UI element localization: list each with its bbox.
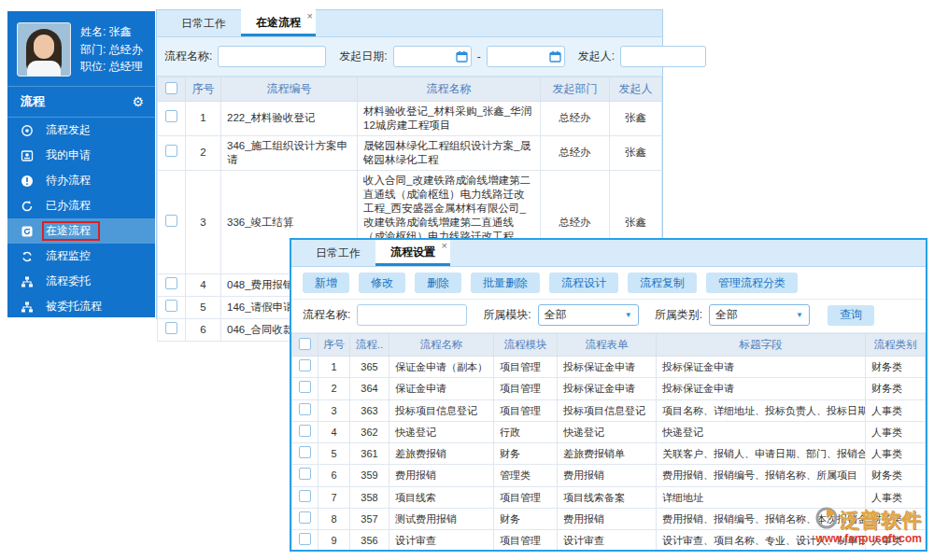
sidebar-item-label: 已办流程: [42, 197, 94, 215]
transit-icon: [21, 225, 34, 238]
column-header: 序号: [186, 77, 221, 102]
user-dept: 总经办: [109, 43, 143, 56]
table-row[interactable]: 1222_材料验收登记 材料验收登记_材料采购_张鑫_华润12城房建工程项目总经…: [158, 102, 662, 136]
chevron-down-icon: ▼: [625, 311, 632, 319]
select-all-checkbox[interactable]: [165, 82, 177, 94]
row-checkbox[interactable]: [165, 277, 177, 289]
date-range-separator: -: [477, 50, 481, 63]
sidebar-item-delegated-processes[interactable]: 被委托流程: [7, 294, 155, 319]
module-label: 所属模块:: [483, 307, 531, 323]
sidebar-item-process-monitor[interactable]: 流程监控: [7, 244, 155, 269]
sidebar-item-process-initiate[interactable]: 流程发起: [7, 118, 155, 143]
add-button[interactable]: 新增: [303, 273, 349, 293]
tab-process-settings[interactable]: 流程设置×: [375, 239, 450, 266]
sidebar-item-label: 待办流程: [42, 172, 94, 189]
table-row[interactable]: 2364 保证金申请项目管理 投标保证金申请投标保证金申请 财务类: [292, 378, 926, 399]
window-process-settings: 日常工作 流程设置× 新增 修改 删除 批量删除 流程设计 流程复制 管理流程分…: [290, 238, 927, 552]
calendar-icon[interactable]: [456, 50, 468, 65]
column-header: 流程类别: [866, 334, 926, 357]
row-checkbox[interactable]: [299, 446, 311, 458]
column-header: 发起部门: [541, 77, 610, 102]
initiator-input[interactable]: [620, 46, 706, 67]
close-icon[interactable]: ×: [442, 240, 447, 251]
sidebar-item-done-processes[interactable]: 已办流程: [7, 193, 155, 218]
process-design-button[interactable]: 流程设计: [549, 273, 618, 293]
sidebar-item-process-delegate[interactable]: 流程委托: [7, 269, 155, 294]
row-checkbox[interactable]: [299, 359, 311, 371]
query-button[interactable]: 查询: [828, 305, 874, 326]
sidebar-item-label: 流程发起: [42, 121, 94, 139]
table-row[interactable]: 9356 设计审查项目管理 设计审查设计审查、项目名称、专业、设计人、制单日期 …: [292, 530, 926, 552]
alert-icon: [21, 175, 34, 188]
chevron-down-icon: ▼: [796, 311, 803, 319]
close-icon[interactable]: ×: [307, 10, 313, 21]
sidebar-item-label: 流程监控: [42, 247, 94, 265]
column-header: 流程模块: [494, 334, 558, 357]
row-checkbox[interactable]: [165, 300, 177, 312]
table-row[interactable]: 5361 差旅费报销财务 差旅费报销单关联客户、报销人、申请日期、部门、报销合计…: [292, 443, 926, 465]
delete-button[interactable]: 删除: [415, 273, 461, 293]
batch-delete-button[interactable]: 批量删除: [471, 273, 540, 293]
table-row[interactable]: 8357 测试费用报销财务 费用报销费用报销、报销编号、报销名称、本次报销金额 …: [292, 509, 926, 530]
column-header: 标题字段: [657, 334, 866, 357]
column-header: 流程..: [350, 334, 389, 357]
row-checkbox[interactable]: [165, 215, 177, 227]
row-checkbox[interactable]: [299, 425, 311, 437]
row-checkbox[interactable]: [165, 110, 177, 122]
user-profile: 姓名: 张鑫 部门: 总经办 职位: 总经理: [7, 11, 155, 87]
sidebar-item-my-applications[interactable]: 我的申请: [7, 143, 155, 168]
tab-intransit-processes[interactable]: 在途流程×: [241, 9, 316, 36]
id-card-icon: [21, 149, 34, 162]
column-header: 流程名称: [358, 77, 541, 102]
start-date-label: 发起日期:: [339, 49, 387, 64]
row-checkbox[interactable]: [165, 145, 177, 157]
sidebar-item-label: 我的申请: [42, 147, 94, 164]
gear-icon[interactable]: ⚙: [132, 94, 144, 109]
table-row[interactable]: 1365 保证金申请（副本）项目管理 投标保证金申请投标保证金申请 财务类: [292, 357, 926, 378]
user-position: 总经理: [109, 60, 143, 73]
calendar-icon[interactable]: [549, 50, 561, 65]
category-select[interactable]: 全部▼: [709, 304, 810, 326]
table-row[interactable]: 4362 快递登记行政 快递登记快递登记 人事类: [292, 421, 926, 442]
column-header: 序号: [318, 334, 350, 357]
process-name-input[interactable]: [357, 304, 467, 326]
sidebar-menu: 流程发起 我的申请 待办流程 已办流程 在途流程 流程监控 流程委托 被委托流: [7, 118, 155, 319]
row-checkbox[interactable]: [299, 533, 311, 545]
row-checkbox[interactable]: [299, 468, 311, 480]
row-checkbox[interactable]: [299, 403, 311, 415]
sidebar-item-intransit-processes[interactable]: 在途流程: [7, 218, 155, 244]
column-header: 流程名称: [389, 334, 494, 357]
process-name-input[interactable]: [218, 46, 326, 67]
process-name-label: 流程名称:: [303, 307, 350, 323]
manage-category-button[interactable]: 管理流程分类: [706, 273, 798, 293]
broadcast-icon: [21, 124, 34, 137]
process-copy-button[interactable]: 流程复制: [628, 273, 697, 293]
user-name-label: 姓名:: [80, 25, 106, 38]
table-row[interactable]: 6359 费用报销管理类 费用报销费用报销、报销编号、报销名称、所属项目 财务类: [292, 465, 926, 486]
sidebar-item-label: 流程委托: [42, 273, 94, 290]
module-select[interactable]: 全部▼: [538, 304, 639, 326]
window1-filter-bar: 流程名称: 发起日期: - 发起人:: [157, 37, 662, 77]
sidebar: 姓名: 张鑫 部门: 总经办 职位: 总经理 流程 ⚙ 流程发起 我的申请 待办…: [7, 11, 155, 317]
select-all-checkbox[interactable]: [299, 338, 311, 350]
window2-filter-bar: 流程名称: 所属模块: 全部▼ 所属类别: 全部▼ 查询: [291, 299, 926, 333]
column-header: 发起人: [610, 77, 662, 102]
row-checkbox[interactable]: [299, 511, 311, 524]
table-header-row: 序号 流程.. 流程名称 流程模块 流程表单 标题字段 流程类别: [292, 334, 926, 357]
sidebar-item-label: 在途流程: [42, 221, 100, 241]
tab-daily-work[interactable]: 日常工作: [166, 10, 241, 36]
category-label: 所属类别:: [655, 307, 702, 323]
sidebar-item-pending-processes[interactable]: 待办流程: [7, 168, 155, 193]
table-row[interactable]: 3363 投标项目信息登记项目管理 投标项目信息登记项目名称、详细地址、投标负责…: [292, 399, 926, 421]
column-header: 流程编号: [221, 77, 358, 102]
table-row[interactable]: 2346_施工组织设计方案申请 晟铭园林绿化工程组织设计方案_晟铭园林绿化工程总…: [158, 135, 662, 170]
row-checkbox[interactable]: [299, 381, 311, 393]
table-row[interactable]: 7358 项目线索项目管理 项目线索备案详细地址 人事类: [292, 486, 926, 508]
column-header: 流程表单: [558, 334, 657, 357]
tab-daily-work[interactable]: 日常工作: [301, 240, 375, 266]
row-checkbox[interactable]: [165, 322, 177, 334]
window1-tab-bar: 日常工作 在途流程×: [157, 10, 662, 37]
row-checkbox[interactable]: [299, 490, 311, 502]
edit-button[interactable]: 修改: [359, 273, 405, 293]
sidebar-item-label: 被委托流程: [42, 298, 106, 315]
